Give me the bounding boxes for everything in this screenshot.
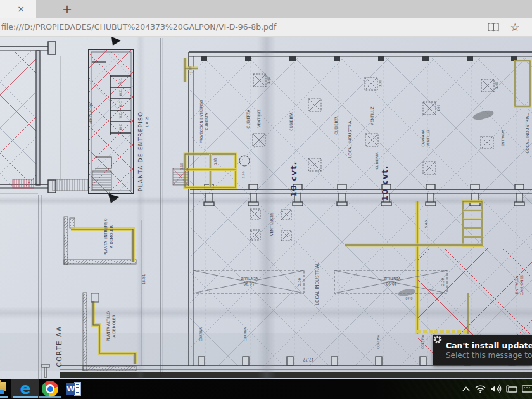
chrome-underline <box>39 396 61 398</box>
tab-bar: × + <box>0 0 532 18</box>
edge-icon: e <box>20 381 31 396</box>
chrome-icon <box>42 381 58 397</box>
edge-taskbar-button[interactable]: e <box>11 379 39 398</box>
keyboard-icon[interactable] <box>522 385 532 393</box>
blueprint-drawing <box>0 37 532 379</box>
browser-window: × + file:///D:/PROPIEDADES/CHUBUT%204373… <box>0 0 532 399</box>
system-tray <box>462 379 532 399</box>
chrome-taskbar-button[interactable] <box>38 379 62 398</box>
pdf-viewer[interactable]: PLANTA DE ENTREPISO1 A 25CORTE AAPLANTA … <box>0 37 532 379</box>
gear-icon <box>433 335 442 344</box>
hidden-icons-chevron[interactable] <box>462 386 471 392</box>
word-icon: W <box>66 382 82 396</box>
star-icon: ☆ <box>510 22 519 33</box>
reading-view-button[interactable] <box>486 20 501 35</box>
edge-underline <box>13 396 38 398</box>
address-bar[interactable]: file:///D:/PROPIEDADES/CHUBUT%204373%20G… <box>0 18 532 37</box>
toast-subtitle: Select this message to <box>446 351 532 360</box>
volume-icon[interactable] <box>490 384 502 393</box>
file-explorer-underline <box>0 396 8 398</box>
toast-title: Can't install updates. <box>446 341 532 350</box>
tablet-icon[interactable] <box>506 385 517 393</box>
notification-toast[interactable]: Can't install updates. Select this messa… <box>433 335 532 365</box>
url-text[interactable]: file:///D:/PROPIEDADES/CHUBUT%204373%20G… <box>1 18 276 37</box>
wifi-icon[interactable] <box>475 385 486 393</box>
addressbar-divider <box>529 22 529 33</box>
tab-close-icon[interactable]: × <box>17 4 25 13</box>
favorites-button[interactable]: ☆ <box>507 20 522 35</box>
book-icon <box>488 23 499 32</box>
new-tab-button[interactable]: + <box>56 0 79 18</box>
word-taskbar-button[interactable]: W <box>62 379 86 398</box>
browser-tab[interactable]: × <box>0 0 36 18</box>
file-explorer-accent <box>0 390 4 394</box>
